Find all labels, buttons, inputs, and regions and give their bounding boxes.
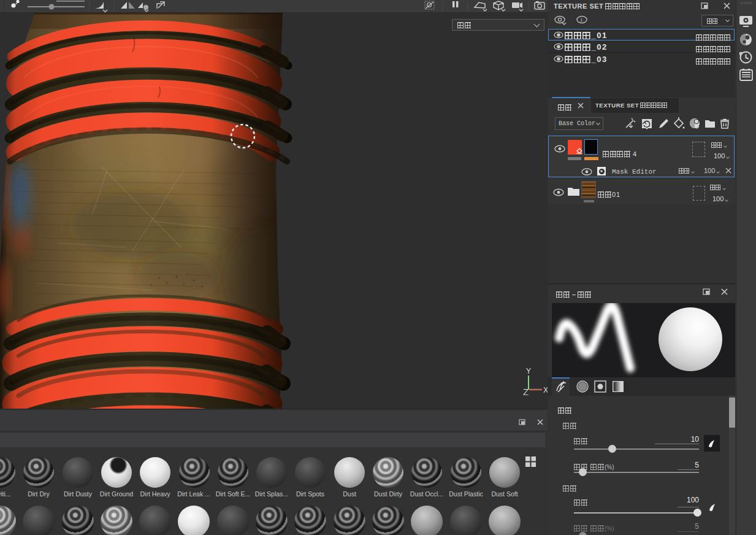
svg-text:1: 1 xyxy=(580,17,583,23)
svg-text:Z: Z xyxy=(523,387,529,397)
svg-text:Y: Y xyxy=(526,367,531,375)
